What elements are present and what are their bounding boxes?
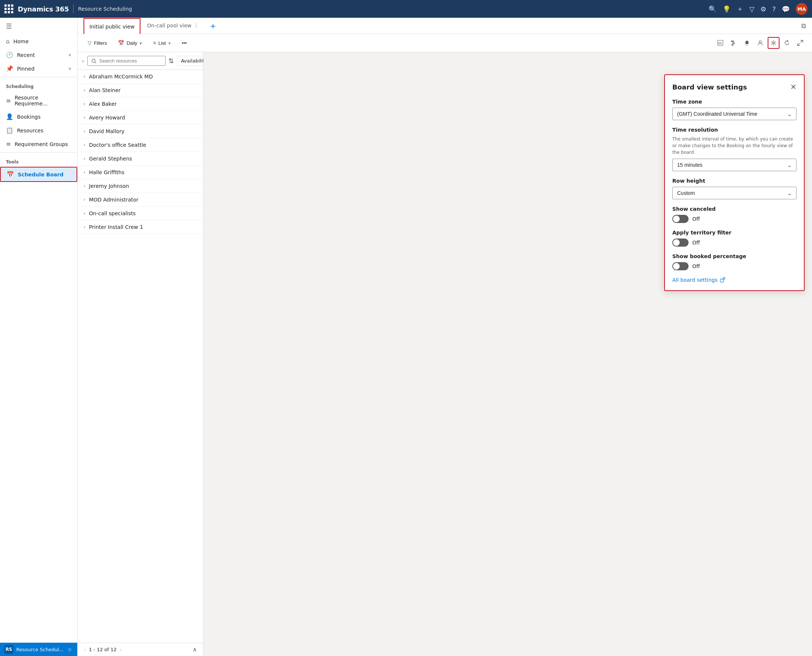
show-canceled-toggle[interactable] bbox=[672, 215, 689, 223]
sidebar-schedule-board-label: Schedule Board bbox=[18, 172, 63, 178]
filter-icon[interactable]: ▽ bbox=[749, 5, 754, 13]
timezone-select[interactable]: (GMT) Coordinated Universal Time (GMT-05… bbox=[672, 108, 797, 120]
sidebar-pinned-label: Pinned bbox=[17, 66, 34, 72]
sidebar-divider-2 bbox=[0, 152, 77, 153]
scheduling-section-label: Scheduling bbox=[0, 79, 77, 91]
daily-label: Daily bbox=[127, 40, 137, 46]
territory-filter-section: Apply territory filter Off bbox=[672, 230, 797, 247]
nav-separator bbox=[73, 5, 74, 13]
bottom-bar-chevron[interactable]: ◇ bbox=[68, 647, 71, 652]
tab-add-button[interactable]: + bbox=[207, 22, 219, 30]
tools-section-label: Tools bbox=[0, 154, 77, 167]
svg-rect-5 bbox=[732, 43, 735, 43]
tab-more-icon[interactable]: ⋮ bbox=[194, 23, 199, 28]
sidebar-resources-label: Resources bbox=[17, 128, 43, 133]
board-settings-panel: Board view settings ✕ Time zone (GMT) Co… bbox=[664, 74, 804, 291]
resource-list-item[interactable]: › Doctor's office Seattle bbox=[78, 138, 203, 152]
resource-list-item[interactable]: › Abraham McCormick MD bbox=[78, 70, 203, 84]
popout-icon[interactable]: ⧉ bbox=[801, 22, 806, 29]
row-height-section: Row height Small Medium Large Custom bbox=[672, 178, 797, 199]
svg-line-10 bbox=[798, 43, 800, 45]
person-icon-btn[interactable] bbox=[754, 37, 766, 49]
collapse-button[interactable]: ∧ bbox=[193, 646, 197, 653]
resource-list-item[interactable]: › On-call specialists bbox=[78, 207, 203, 220]
show-booked-label: Show booked percentage bbox=[672, 253, 797, 259]
settings-icon[interactable]: ⚙ bbox=[760, 5, 766, 13]
sidebar-item-resources[interactable]: 📋 Resources bbox=[0, 124, 77, 137]
resource-list-item[interactable]: › Alan Steiner bbox=[78, 84, 203, 97]
refresh-icon-btn[interactable] bbox=[781, 37, 793, 49]
search-icon[interactable]: 🔍 bbox=[709, 5, 717, 13]
bottom-bar-text: Resource Schedul... bbox=[16, 647, 63, 652]
sidebar-item-req-groups[interactable]: ≡ Requirement Groups bbox=[0, 137, 77, 151]
bell-icon-btn[interactable] bbox=[741, 37, 753, 49]
gantt-icon-btn[interactable] bbox=[728, 37, 739, 49]
report-icon-btn[interactable] bbox=[715, 37, 726, 49]
sidebar-toggle[interactable]: ☰ bbox=[0, 18, 77, 34]
schedule-board-icon: 📅 bbox=[7, 171, 14, 178]
resource-row-name: MOD Administrator bbox=[89, 197, 139, 203]
svg-rect-4 bbox=[731, 41, 734, 42]
help-icon[interactable]: ? bbox=[772, 5, 776, 13]
search-input[interactable] bbox=[99, 58, 162, 63]
resource-expand-icon[interactable]: › bbox=[82, 58, 84, 64]
waffle-menu[interactable] bbox=[5, 5, 13, 13]
prev-page-button[interactable]: ‹ bbox=[83, 646, 86, 653]
sidebar-item-schedule-board[interactable]: 📅 Schedule Board bbox=[0, 167, 77, 182]
expand-icon-btn[interactable] bbox=[794, 37, 806, 49]
sort-icon[interactable]: ⇅ bbox=[168, 57, 174, 65]
row-height-select[interactable]: Small Medium Large Custom bbox=[672, 187, 797, 199]
resource-row-chevron: › bbox=[83, 129, 85, 134]
show-booked-toggle[interactable] bbox=[672, 262, 689, 270]
panel-close-button[interactable]: ✕ bbox=[790, 82, 797, 91]
pagination-bar: ‹ 1 - 12 of 12 › ∧ bbox=[78, 643, 203, 656]
bookings-icon: 👤 bbox=[6, 113, 13, 120]
time-resolution-select[interactable]: 5 minutes 10 minutes 15 minutes 30 minut… bbox=[672, 159, 797, 171]
sidebar-item-pinned[interactable]: 📌 Pinned ∨ bbox=[0, 62, 77, 76]
row-height-select-wrapper: Small Medium Large Custom bbox=[672, 187, 797, 199]
sidebar-item-bookings[interactable]: 👤 Bookings bbox=[0, 110, 77, 124]
resource-list-item[interactable]: › Avery Howard bbox=[78, 111, 203, 125]
sidebar-item-home[interactable]: ⌂ Home bbox=[0, 34, 77, 48]
resource-list-item[interactable]: › David Mallory bbox=[78, 125, 203, 138]
tab-on-call-pool[interactable]: On-call pool view ⋮ bbox=[142, 18, 204, 34]
top-nav: Dynamics 365 Resource Scheduling 🔍 💡 ＋ ▽… bbox=[0, 0, 812, 18]
resource-row-name: Halle Griffiths bbox=[89, 169, 125, 175]
resource-row-chevron: › bbox=[83, 88, 85, 93]
list-chevron: ∨ bbox=[168, 41, 171, 45]
sidebar-item-recent[interactable]: 🕐 Recent ∨ bbox=[0, 48, 77, 62]
resource-row-name: Alex Baker bbox=[89, 101, 117, 107]
req-groups-icon: ≡ bbox=[6, 141, 11, 147]
add-icon[interactable]: ＋ bbox=[736, 5, 743, 13]
all-board-settings-link[interactable]: All board settings bbox=[672, 277, 797, 283]
more-button[interactable]: ••• bbox=[178, 38, 191, 48]
resource-list-item[interactable]: › Gerald Stephens bbox=[78, 152, 203, 166]
resources-icon: 📋 bbox=[6, 127, 13, 134]
gear-icon-btn[interactable] bbox=[768, 37, 780, 49]
resource-list-item[interactable]: › Halle Griffiths bbox=[78, 166, 203, 179]
sidebar-divider-1 bbox=[0, 77, 77, 77]
resource-list-item[interactable]: › Jeremy Johnson bbox=[78, 179, 203, 193]
show-canceled-section: Show canceled Off bbox=[672, 206, 797, 223]
sidebar-req-groups-label: Requirement Groups bbox=[14, 141, 68, 147]
territory-toggle[interactable] bbox=[672, 238, 689, 247]
lightbulb-icon[interactable]: 💡 bbox=[722, 5, 731, 13]
sidebar-item-resource-req[interactable]: ≡ Resource Requireme... bbox=[0, 91, 77, 110]
daily-button[interactable]: 📅 Daily ∨ bbox=[114, 38, 146, 48]
filters-button[interactable]: ▽ Filters bbox=[83, 38, 111, 48]
chat-icon[interactable]: 💬 bbox=[782, 5, 790, 13]
user-avatar[interactable]: MA bbox=[796, 3, 807, 15]
more-label: ••• bbox=[182, 40, 187, 46]
filter-btn-icon: ▽ bbox=[88, 40, 92, 46]
territory-toggle-row: Off bbox=[672, 238, 797, 247]
time-resolution-section: Time resolution The smallest interval of… bbox=[672, 127, 797, 171]
tab-initial-public[interactable]: Initial public view bbox=[83, 18, 140, 34]
list-button[interactable]: ≡ List ∨ bbox=[149, 38, 174, 48]
list-icon: ≡ bbox=[153, 40, 156, 46]
resource-row-name: Avery Howard bbox=[89, 114, 125, 121]
resource-list-item[interactable]: › Printer Install Crew 1 bbox=[78, 220, 203, 234]
resource-list-item[interactable]: › MOD Administrator bbox=[78, 193, 203, 207]
resource-list-item[interactable]: › Alex Baker bbox=[78, 97, 203, 111]
svg-point-11 bbox=[92, 59, 95, 62]
next-page-button[interactable]: › bbox=[120, 646, 122, 653]
